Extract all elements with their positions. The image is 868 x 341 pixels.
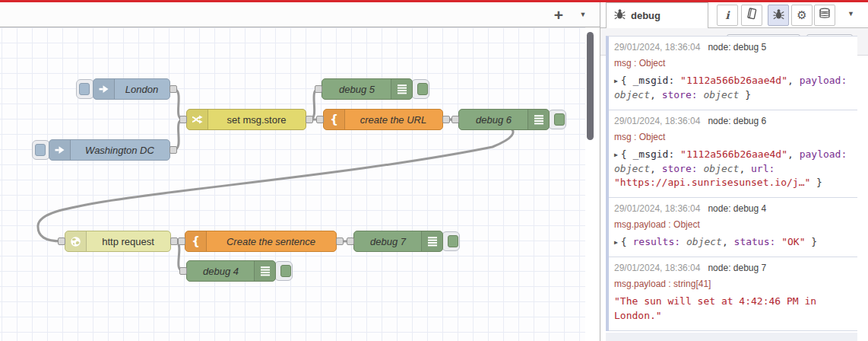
sidebar-tab-debug-active[interactable]: debug <box>606 2 708 28</box>
wire-create-the-url-to-http-request[interactable] <box>38 120 513 241</box>
output-port-create-sentence[interactable] <box>336 237 344 245</box>
list-icon <box>527 110 549 129</box>
top-accent-bar <box>0 0 868 2</box>
message-property-path: msg.payload : string[41] <box>614 279 854 289</box>
output-port-washington-dc[interactable] <box>169 146 177 154</box>
sidebar-tab-row: debug i⚙ ▼ <box>600 2 868 28</box>
node-label-set-msg-store: set msg.store <box>207 110 306 129</box>
expand-toggle-icon[interactable]: ▶ <box>614 238 618 247</box>
input-port-debug-6[interactable] <box>451 116 459 123</box>
sidebar-more-tabs-icon[interactable]: ▼ <box>847 10 854 18</box>
message-payload-preview: ▶{ results: object, status: "OK" } <box>614 235 854 250</box>
sidebar-tab-config[interactable]: ⚙ <box>791 5 813 26</box>
add-flow-button[interactable]: + <box>549 5 569 24</box>
message-list-footer <box>606 333 857 341</box>
input-port-debug-4[interactable] <box>179 267 187 275</box>
debug-5-debug-toggle-button[interactable] <box>417 83 428 95</box>
message-meta: 29/01/2024, 18:36:04node: debug 7 <box>614 263 854 273</box>
list-icon <box>391 79 412 99</box>
node-label-create-the-url: create the URL <box>344 110 442 129</box>
wire-set-msg-store-to-debug-5[interactable] <box>309 89 318 120</box>
debug-4-debug-toggle-button[interactable] <box>280 265 291 277</box>
sidebar-tab-help[interactable] <box>741 5 762 26</box>
brace-icon: { <box>324 110 345 129</box>
message-payload-preview: ▶{ _msgid: "1112a566b26aae4d", payload: … <box>614 148 854 191</box>
message-source-node: node: debug 7 <box>708 263 766 273</box>
input-port-debug-7[interactable] <box>347 237 354 245</box>
message-payload-preview: ▶{ _msgid: "1112a566b26aae4d", payload: … <box>614 74 854 103</box>
wire-london-to-set-msg-store[interactable] <box>173 89 183 120</box>
brace-icon: { <box>185 231 207 251</box>
node-label-washington-dc: Washington DC <box>70 140 169 160</box>
sidebar-tab-context[interactable] <box>814 5 835 26</box>
inject-arrow-icon <box>93 79 115 99</box>
sidebar-tab-debug[interactable] <box>768 5 789 26</box>
inject-arrow-icon <box>49 140 71 160</box>
debug-tab-label: debug <box>631 10 661 21</box>
wire-layer <box>0 0 600 341</box>
bug-icon <box>773 8 784 23</box>
expand-toggle-icon[interactable]: ▶ <box>614 151 618 160</box>
node-label-debug-7: debug 7 <box>354 231 422 251</box>
gear-icon: ⚙ <box>797 8 806 22</box>
debug-message-4[interactable]: 29/01/2024, 18:36:04node: debug 7msg.pay… <box>609 257 857 331</box>
node-create-sentence[interactable]: {Create the sentence <box>185 231 337 252</box>
node-http-request[interactable]: http request <box>65 231 171 252</box>
debug-message-1[interactable]: 29/01/2024, 18:36:04node: debug 5msg : O… <box>609 37 857 110</box>
message-timestamp: 29/01/2024, 18:36:04 <box>614 263 700 273</box>
expand-toggle-icon[interactable]: ▶ <box>614 77 618 86</box>
node-label-http-request: http request <box>86 231 170 251</box>
canvas-vertical-scrollbar[interactable] <box>587 32 594 140</box>
node-london[interactable]: London <box>93 78 170 100</box>
node-set-msg-store[interactable]: set msg.store <box>186 109 306 130</box>
message-timestamp: 29/01/2024, 18:36:04 <box>614 42 700 53</box>
output-port-london[interactable] <box>169 85 177 93</box>
shuffle-icon <box>187 110 208 129</box>
washington-dc-inject-button[interactable] <box>35 144 46 156</box>
globe-icon <box>65 231 87 251</box>
flow-list-dropdown-icon[interactable]: ▼ <box>573 5 593 24</box>
output-port-create-the-url[interactable] <box>442 116 450 123</box>
node-label-debug-5: debug 5 <box>322 79 391 99</box>
debug-6-debug-toggle-button[interactable] <box>554 113 565 126</box>
message-source-node: node: debug 5 <box>708 42 766 53</box>
node-red-editor: + ▼ LondonWashington DCset msg.storedebu… <box>0 0 868 341</box>
sidebar-tab-info[interactable]: i <box>717 5 738 26</box>
node-debug-4[interactable]: debug 4 <box>186 260 276 282</box>
debug-message-3[interactable]: 29/01/2024, 18:36:04node: debug 4msg.pay… <box>609 198 857 257</box>
output-port-http-request[interactable] <box>170 237 178 245</box>
list-icon <box>421 231 442 251</box>
node-debug-7[interactable]: debug 7 <box>353 231 443 252</box>
message-meta: 29/01/2024, 18:36:04node: debug 6 <box>614 116 854 126</box>
node-create-the-url[interactable]: {create the URL <box>323 109 443 130</box>
info-icon: i <box>725 8 729 22</box>
node-label-debug-6: debug 6 <box>459 110 528 129</box>
db-icon <box>819 8 831 23</box>
input-port-create-sentence[interactable] <box>178 237 185 245</box>
input-port-http-request[interactable] <box>58 237 65 245</box>
debug-7-debug-toggle-button[interactable] <box>448 235 458 247</box>
message-source-node: node: debug 4 <box>708 203 766 214</box>
message-source-node: node: debug 6 <box>708 116 766 126</box>
message-payload-preview: "The sun will set at 4:42:46 PM in Londo… <box>614 295 854 323</box>
node-label-debug-4: debug 4 <box>187 261 255 281</box>
input-port-set-msg-store[interactable] <box>179 116 187 123</box>
node-washington-dc[interactable]: Washington DC <box>49 139 170 161</box>
message-property-path: msg : Object <box>614 58 854 69</box>
book-icon <box>746 8 758 23</box>
message-meta: 29/01/2024, 18:36:04node: debug 5 <box>614 42 854 53</box>
node-label-london: London <box>114 79 169 99</box>
debug-message-2[interactable]: 29/01/2024, 18:36:04node: debug 6msg : O… <box>609 110 857 199</box>
output-port-set-msg-store[interactable] <box>306 116 313 123</box>
bug-icon <box>614 8 626 23</box>
input-port-debug-5[interactable] <box>315 85 322 93</box>
input-port-create-the-url[interactable] <box>316 116 324 123</box>
london-inject-button[interactable] <box>79 83 90 95</box>
wire-washington-dc-to-set-msg-store[interactable] <box>173 120 183 150</box>
node-debug-6[interactable]: debug 6 <box>458 109 550 130</box>
sidebar-separator[interactable] <box>600 2 600 341</box>
message-timestamp: 29/01/2024, 18:36:04 <box>614 116 700 126</box>
node-debug-5[interactable]: debug 5 <box>322 78 413 100</box>
message-meta: 29/01/2024, 18:36:04node: debug 4 <box>614 203 854 214</box>
debug-message-list: 29/01/2024, 18:36:04node: debug 5msg : O… <box>606 36 857 331</box>
